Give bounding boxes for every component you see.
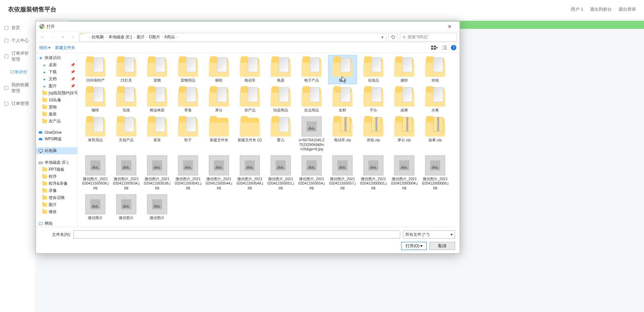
file-item[interactable]: 微信图片_2021020411593551.jpg bbox=[266, 154, 295, 192]
back-button[interactable]: ← bbox=[39, 33, 47, 41]
tree-item[interactable]: ▸文档📌 bbox=[36, 75, 77, 83]
tree-item[interactable]: 使命召唤 bbox=[36, 194, 77, 201]
file-item[interactable]: 微信图片_2021020411593554.jpg bbox=[297, 154, 326, 192]
sidebar-item[interactable]: 订单评价 bbox=[0, 66, 35, 79]
file-item[interactable]: 微信图片_2021020411593544.jpg bbox=[204, 154, 233, 192]
file-item[interactable]: 茅台 bbox=[204, 85, 233, 114]
file-item[interactable]: 橱柜 bbox=[204, 55, 233, 84]
file-item[interactable]: 吉他.zip bbox=[359, 115, 388, 153]
file-item[interactable]: 微信图片 bbox=[81, 193, 110, 222]
file-item[interactable]: 宠物 bbox=[143, 55, 172, 84]
file-item[interactable]: 微信图片_2021020412000004.jpg bbox=[390, 154, 419, 192]
file-item[interactable]: 新建文件夹 (2) bbox=[235, 115, 264, 153]
tree-item[interactable]: ★快速访问 bbox=[36, 54, 77, 61]
file-item[interactable]: 拍卖商品 bbox=[266, 85, 295, 114]
file-item[interactable]: 农产品 bbox=[235, 85, 264, 114]
breadcrumb-item[interactable]: D图片 bbox=[148, 35, 161, 39]
preview-pane-button[interactable] bbox=[441, 44, 448, 51]
open-button[interactable]: 打开(O) ▾ bbox=[401, 242, 427, 250]
file-item[interactable]: 21灯具 bbox=[112, 55, 141, 84]
file-item[interactable]: 手办 bbox=[359, 85, 388, 114]
tree-item[interactable]: ▸图片📌 bbox=[36, 83, 77, 90]
view-mode-button[interactable]: ▾ bbox=[431, 44, 438, 51]
file-item[interactable]: 微信图片_2021020411593548.jpg bbox=[235, 154, 264, 192]
file-item[interactable]: 体育用品 bbox=[81, 115, 110, 153]
tree-item[interactable]: 宠物 bbox=[36, 104, 77, 111]
file-item[interactable]: 微信图片_2021020411593541.jpg bbox=[174, 154, 202, 192]
file-item[interactable]: 鞋子 bbox=[174, 115, 202, 153]
forward-button[interactable]: → bbox=[49, 33, 57, 41]
sidebar-item[interactable]: 订单管理 bbox=[0, 97, 35, 110]
file-item[interactable]: 水果 bbox=[421, 85, 450, 114]
new-folder-button[interactable]: 新建文件夹 bbox=[55, 45, 75, 51]
file-item[interactable]: 生活用品 bbox=[297, 85, 326, 114]
file-item[interactable]: 化妆品 bbox=[359, 55, 388, 84]
file-item[interactable]: 蔬果.zip bbox=[421, 115, 450, 153]
tree-item[interactable]: 程序 bbox=[36, 173, 77, 180]
file-item[interactable]: 蔬果 bbox=[390, 85, 419, 114]
organize-button[interactable]: 组织 ▾ bbox=[39, 45, 50, 51]
tree-item[interactable]: 本地磁盘 (E:) bbox=[36, 159, 77, 166]
logout[interactable]: 退出登录 bbox=[618, 6, 636, 12]
file-item[interactable]: 电动车 bbox=[235, 55, 264, 84]
file-item[interactable]: 宠物用品 bbox=[174, 55, 202, 84]
file-item[interactable]: 服装 bbox=[328, 55, 357, 84]
tree-item[interactable]: 农产品 bbox=[36, 118, 77, 125]
breadcrumb-item[interactable]: 本地磁盘 (E:) bbox=[108, 35, 133, 39]
tree-item[interactable]: 程序&录像 bbox=[36, 180, 77, 187]
file-item[interactable]: 电子产品 bbox=[297, 55, 326, 84]
sidebar-item[interactable]: 订单评价管理 bbox=[0, 47, 35, 66]
address-bar[interactable]: › 此电脑›本地磁盘 (E:)›图片›D图片›6商品› ▾ bbox=[79, 33, 386, 42]
file-item[interactable]: 微信图片_2021020411593538.jpg bbox=[143, 154, 172, 192]
tree-item[interactable]: 网络 bbox=[36, 220, 77, 227]
sidebar-item[interactable]: 个人中心 bbox=[0, 34, 35, 47]
exit-front[interactable]: 退出到前台 bbox=[590, 6, 612, 12]
file-item[interactable]: 零食 bbox=[174, 85, 202, 114]
file-item[interactable]: 微信图片_2021020411593534.jpg bbox=[112, 154, 141, 192]
tree-item[interactable]: jsp医院预约挂号 bbox=[36, 90, 77, 97]
file-item[interactable]: 微信图片_2021020411593557.jpg bbox=[328, 154, 357, 192]
tree-item[interactable]: 此电脑 bbox=[36, 147, 77, 154]
file-item[interactable]: 电动车.zip bbox=[328, 115, 357, 153]
breadcrumb-item[interactable]: 6商品 bbox=[164, 35, 176, 39]
file-item[interactable]: 生鲜 bbox=[328, 85, 357, 114]
file-item[interactable]: 微信图片_2021020412000001.jpg bbox=[359, 154, 388, 192]
tree-item[interactable]: 修改 bbox=[36, 208, 77, 215]
file-item[interactable]: 微信图片 bbox=[112, 193, 141, 222]
file-item[interactable]: 19河南特产 bbox=[81, 55, 110, 84]
sidebar-item[interactable]: 首页 bbox=[0, 21, 35, 34]
breadcrumb-item[interactable]: 此电脑 bbox=[91, 35, 104, 39]
tree-item[interactable]: ▸下载📌 bbox=[36, 68, 77, 75]
file-item[interactable]: 电器 bbox=[266, 55, 295, 84]
help-button[interactable]: ? bbox=[451, 45, 456, 50]
recent-dropdown[interactable]: ▾ bbox=[59, 33, 67, 41]
cancel-button[interactable]: 取消 bbox=[429, 242, 455, 250]
tree-item[interactable]: OneDrive bbox=[36, 129, 77, 136]
file-item[interactable]: 咖啡 bbox=[81, 85, 110, 114]
tree-item[interactable]: WPS网盘 bbox=[36, 136, 77, 143]
file-item[interactable]: 吉他 bbox=[421, 55, 450, 84]
file-item[interactable]: 微信图片_2021020412000008.jpg bbox=[421, 154, 450, 192]
file-item[interactable]: u=507641545,2752329049&fm=26&gp=0.jpg bbox=[297, 115, 326, 153]
breadcrumb-item[interactable]: 图片 bbox=[136, 35, 145, 39]
tree-item[interactable]: PPT模板 bbox=[36, 166, 77, 173]
address-dropdown[interactable]: ▾ bbox=[380, 35, 385, 40]
tree-item[interactable]: 10头像 bbox=[36, 97, 77, 104]
file-item[interactable]: 茅台.zip bbox=[390, 115, 419, 153]
search-input[interactable]: 搜索"6商品" bbox=[400, 33, 457, 42]
file-item[interactable]: 婚纱 bbox=[390, 55, 419, 84]
file-item[interactable]: 微信图片 bbox=[143, 193, 172, 222]
close-button[interactable]: × bbox=[443, 23, 456, 30]
tree-item[interactable]: 录像 bbox=[36, 187, 77, 194]
filename-input[interactable] bbox=[74, 230, 400, 239]
file-item[interactable]: 新建文件夹 bbox=[204, 115, 233, 153]
file-item[interactable]: 微信图片_2021020411593508.jpg bbox=[81, 154, 110, 192]
file-item[interactable]: 垃圾 bbox=[112, 85, 141, 114]
refresh-button[interactable] bbox=[388, 33, 398, 42]
sidebar-item[interactable]: 我的收藏管理 bbox=[0, 79, 35, 97]
tree-item[interactable]: 图片 bbox=[36, 201, 77, 208]
file-item[interactable]: 婴儿 bbox=[266, 115, 295, 153]
filetype-select[interactable]: 所有文件 (*.*)▾ bbox=[403, 230, 455, 239]
up-button[interactable]: ↑ bbox=[69, 33, 77, 41]
tree-item[interactable]: 服装 bbox=[36, 111, 77, 118]
